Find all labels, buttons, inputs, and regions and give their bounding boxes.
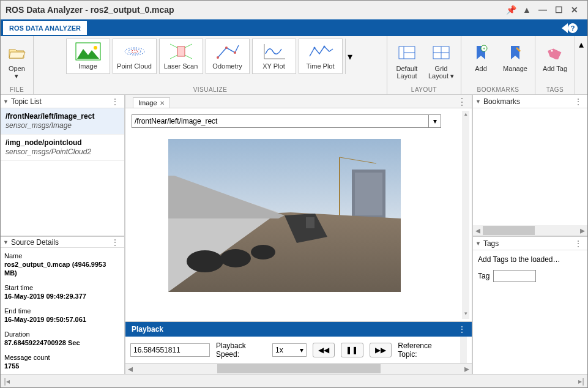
svg-line-9 [185, 55, 192, 59]
svg-point-15 [313, 47, 315, 49]
svg-point-36 [220, 249, 251, 267]
svg-rect-28 [355, 173, 382, 215]
visualize-odometry-button[interactable]: Odometry [206, 39, 250, 74]
chevron-down-icon[interactable]: ▼ [3, 239, 9, 245]
src-dur-value: 87.68459224700928 Sec [4, 338, 121, 347]
bookmarks-title: Bookmarks [483, 97, 520, 106]
source-details-menu-icon[interactable]: ⋮ [108, 237, 122, 247]
chevron-down-icon[interactable]: ▾ [428, 115, 441, 127]
source-details-header: ▼ Source Details ⋮ [1, 237, 124, 248]
tags-addtag-button[interactable]: Add Tag [539, 39, 571, 80]
tab-ros-data-analyzer[interactable]: ROS DATA ANALYZER [3, 21, 87, 35]
playback-speed-label: Playback Speed: [216, 341, 266, 359]
topic-item-pointcloud[interactable]: /img_node/pointcloud sensor_msgs/PointCl… [1, 135, 124, 161]
svg-point-25 [551, 50, 553, 52]
playback-forward-button[interactable]: ▶▶ [370, 343, 392, 357]
xyplot-icon [261, 42, 288, 61]
close-icon[interactable]: ✕ [567, 2, 582, 18]
chevron-down-icon[interactable]: ▼ [3, 99, 9, 105]
playback-vscrollbar[interactable] [460, 337, 467, 363]
svg-point-10 [217, 56, 219, 59]
svg-point-4 [132, 50, 138, 53]
ribbon-file-caption: FILE [4, 86, 29, 94]
visualize-pointcloud-button[interactable]: Point Cloud [113, 39, 157, 74]
ribbon-layout-caption: LAYOUT [391, 86, 457, 94]
tags-hint: Add Tags to the loaded… [478, 255, 582, 264]
src-count-label: Message count [4, 353, 121, 362]
pin-icon[interactable]: 📌 [503, 2, 519, 18]
ribbon: Open▾ FILE Image Point Cloud Laser Scan … [1, 36, 587, 95]
src-start-label: Start time [4, 283, 121, 292]
topic-list-header: ▼ Topic List ⋮ [1, 95, 124, 108]
bookmarks-header: ▼ Bookmarks ⋮ [473, 95, 587, 108]
bookmarks-menu-icon[interactable]: ⋮ [571, 97, 585, 106]
close-icon[interactable]: ✕ [160, 100, 165, 106]
topic-item-image[interactable]: /frontNear/left/image_rect sensor_msgs/I… [1, 108, 124, 135]
svg-point-16 [323, 46, 325, 48]
svg-point-11 [225, 47, 228, 49]
visualize-image-button[interactable]: Image [66, 39, 110, 74]
playback-pause-button[interactable]: ❚❚ [341, 343, 363, 357]
topic-list-menu-icon[interactable]: ⋮ [108, 97, 122, 106]
playback-reftopic-label: Reference Topic: [398, 341, 448, 359]
image-visualization [168, 139, 401, 292]
ribbon-tags-caption: TAGS [539, 86, 571, 94]
playback-rewind-button[interactable]: ◀◀ [313, 343, 335, 357]
left-column: ▼ Topic List ⋮ /frontNear/left/image_rec… [1, 95, 125, 374]
timeplot-icon [307, 42, 334, 61]
tags-header: ▼ Tags ⋮ [473, 237, 587, 250]
default-layout-icon [398, 42, 415, 64]
open-button[interactable]: Open▾ [4, 39, 29, 80]
visualize-dropdown-arrow[interactable]: ▾ [345, 39, 355, 74]
bookmarks-add-button[interactable]: + Add [465, 39, 497, 80]
svg-line-6 [170, 44, 177, 48]
ribbon-visualize-caption: VISUALIZE [37, 86, 383, 94]
src-dur-label: Duration [4, 330, 121, 338]
tags-menu-icon[interactable]: ⋮ [571, 239, 585, 248]
playback-menu-icon[interactable]: ⋮ [458, 325, 466, 334]
center-tabbar-menu-icon[interactable]: ⋮ [452, 96, 472, 108]
tab-image[interactable]: Image ✕ [133, 97, 170, 108]
center-hscrollbar[interactable]: ◂ ▸ [125, 364, 472, 374]
window-title: ROS Data Analyzer - ros2_output_0.mcap [6, 5, 174, 15]
default-layout-button[interactable]: DefaultLayout [391, 39, 423, 80]
tag-input[interactable] [493, 270, 536, 282]
maximize-icon[interactable]: ☐ [551, 2, 567, 18]
visualize-laserscan-button[interactable]: Laser Scan [159, 39, 203, 74]
grid-layout-button[interactable]: GridLayout ▾ [425, 39, 457, 80]
svg-rect-5 [177, 47, 185, 56]
up-icon[interactable]: ▲ [519, 2, 535, 18]
chevron-down-icon[interactable]: ▼ [475, 99, 481, 105]
blue-bar: ROS DATA ANALYZER ? [1, 19, 587, 36]
playback-speed-select[interactable]: 1x▾ [272, 343, 307, 357]
visualize-timeplot-button[interactable]: Time Plot [299, 39, 343, 74]
topic-dropdown[interactable]: /frontNear/left/image_rect ▾ [132, 114, 441, 128]
bookmarks-manage-button[interactable]: Manage [499, 39, 531, 80]
tags-title: Tags [483, 239, 499, 248]
grid-layout-label: GridLayout ▾ [428, 65, 454, 80]
playback-header: Playback ⋮ [125, 322, 472, 337]
main-layout: ▼ Topic List ⋮ /frontNear/left/image_rec… [1, 95, 587, 374]
status-prev-icon[interactable]: |◂ [1, 377, 13, 386]
src-count-value: 1755 [4, 362, 121, 370]
status-next-icon[interactable]: ▸| [575, 377, 587, 386]
svg-line-8 [185, 44, 192, 48]
svg-rect-38 [306, 217, 314, 228]
odometry-icon [214, 42, 241, 61]
pointcloud-icon [121, 42, 148, 61]
ribbon-collapse-icon[interactable]: ▴ [575, 36, 587, 94]
image-vscrollbar[interactable]: ▴ ▾ [462, 111, 469, 319]
svg-point-12 [234, 51, 236, 54]
src-start-value: 16-May-2019 09:49:29.377 [4, 292, 121, 300]
svg-point-1 [94, 46, 97, 50]
image-icon [75, 42, 102, 61]
laserscan-icon [168, 42, 195, 61]
help-icon[interactable]: ? [568, 23, 578, 33]
bookmarks-hscrollbar[interactable]: ◂ ▸ [473, 225, 587, 236]
chevron-down-icon[interactable]: ▼ [475, 241, 481, 247]
visualize-xyplot-button[interactable]: XY Plot [252, 39, 296, 74]
src-name-value: ros2_output_0.mcap (4946.9953 MB) [4, 260, 121, 277]
minimize-icon[interactable]: — [535, 2, 551, 18]
ribbon-bookmarks-caption: BOOKMARKS [465, 86, 531, 94]
playback-time-input[interactable] [130, 343, 210, 357]
